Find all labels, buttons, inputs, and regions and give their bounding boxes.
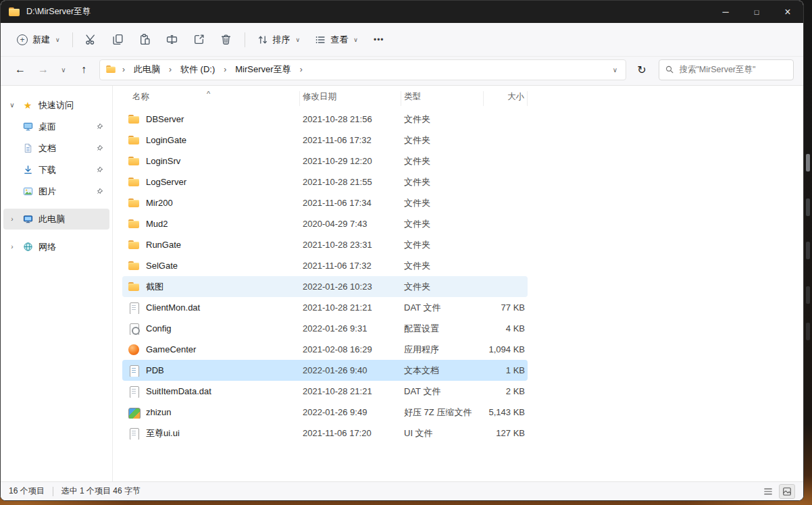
sidebar-item-network[interactable]: › 网络 — [3, 236, 109, 257]
file-type: 文件夹 — [401, 281, 484, 293]
sidebar-item-pictures[interactable]: 图片 — [3, 181, 109, 202]
delete-button[interactable] — [213, 28, 239, 51]
close-button[interactable]: × — [772, 1, 803, 23]
file-row[interactable]: LoginGate 2021-11-06 17:32 文件夹 — [122, 130, 528, 151]
file-row[interactable]: SuitItemData.dat 2021-10-28 21:21 DAT 文件… — [122, 381, 528, 402]
file-row[interactable]: DBServer 2021-10-28 21:56 文件夹 — [122, 109, 528, 130]
copy-button[interactable] — [105, 28, 131, 51]
file-row[interactable]: SelGate 2021-11-06 17:32 文件夹 — [122, 255, 528, 276]
share-button[interactable] — [186, 28, 212, 51]
file-name: GameCenter — [146, 344, 196, 354]
file-name: 截图 — [146, 281, 163, 293]
chevron-right-icon[interactable]: › — [7, 215, 17, 223]
file-row[interactable]: Config 2022-01-26 9:31 配置设置 4 KB — [122, 318, 528, 339]
file-row[interactable]: Mud2 2020-04-29 7:43 文件夹 — [122, 213, 528, 234]
file-row[interactable]: 至尊ui.ui 2021-11-06 17:20 UI 文件 127 KB — [122, 423, 528, 444]
file-icon — [128, 134, 140, 147]
file-icon — [128, 365, 140, 377]
sidebar-item-quick-access[interactable]: ∨ ★ 快速访问 — [3, 95, 109, 115]
more-icon: ••• — [374, 35, 384, 45]
documents-icon — [22, 143, 33, 153]
explorer-window: D:\MirServer至尊 ─ □ × + 新建 ∨ — [0, 0, 804, 501]
sidebar-item-desktop[interactable]: 桌面 — [3, 116, 109, 137]
file-icon — [128, 281, 140, 293]
file-type: 文件夹 — [401, 218, 484, 230]
file-icon — [128, 344, 140, 356]
recent-locations-button[interactable]: ∨ — [56, 59, 71, 80]
column-header-size[interactable]: 大小 — [484, 91, 528, 106]
more-options-button[interactable]: ••• — [366, 28, 392, 51]
file-row[interactable]: GameCenter 2021-02-08 16:29 应用程序 1,094 K… — [122, 339, 528, 360]
file-size: 1 KB — [484, 365, 528, 375]
file-row[interactable]: Mir200 2021-11-06 17:34 文件夹 — [122, 192, 528, 213]
file-type: 文件夹 — [401, 176, 484, 188]
folder-icon — [9, 7, 20, 17]
file-name: LoginSrv — [146, 156, 180, 166]
desktop-background — [804, 0, 812, 505]
downloads-icon — [22, 165, 33, 175]
chevron-down-icon: ∨ — [61, 66, 66, 74]
refresh-button[interactable]: ↻ — [632, 59, 652, 80]
back-button[interactable]: ← — [10, 59, 30, 80]
view-button[interactable]: 查看 ∨ — [308, 29, 365, 51]
file-row[interactable]: LogServer 2021-10-28 21:55 文件夹 — [122, 171, 528, 192]
sidebar-item-downloads[interactable]: 下载 — [3, 159, 109, 180]
file-row[interactable]: zhizun 2022-01-26 9:49 好压 7Z 压缩文件 5,143 … — [122, 402, 528, 423]
search-input[interactable] — [679, 65, 787, 74]
address-dropdown-button[interactable]: ∨ — [610, 66, 620, 74]
file-row[interactable]: LoginSrv 2021-10-29 12:20 文件夹 — [122, 151, 528, 171]
file-type: 配置设置 — [401, 323, 484, 335]
breadcrumb-this-pc[interactable]: 此电脑 — [130, 61, 163, 78]
up-button[interactable]: ↑ — [74, 59, 94, 80]
cut-button[interactable] — [78, 28, 104, 51]
new-button[interactable]: + 新建 ∨ — [10, 29, 67, 51]
maximize-icon: □ — [755, 8, 759, 16]
paste-button[interactable] — [132, 28, 158, 51]
sidebar-item-this-pc[interactable]: › 此电脑 — [3, 209, 109, 230]
paste-icon — [139, 34, 151, 45]
file-row[interactable]: 截图 2022-01-26 10:23 文件夹 — [122, 276, 528, 297]
forward-button[interactable]: → — [33, 59, 53, 80]
item-count: 16 个项目 — [9, 485, 45, 497]
column-header-type[interactable]: 类型 — [401, 91, 484, 106]
file-type: DAT 文件 — [401, 386, 484, 398]
sort-arrows-icon — [257, 34, 268, 45]
rename-button[interactable] — [159, 28, 185, 51]
minimize-icon: ─ — [722, 7, 728, 17]
column-header-date[interactable]: 修改日期 — [300, 91, 401, 106]
maximize-button[interactable]: □ — [741, 1, 772, 23]
file-icon — [128, 113, 140, 126]
column-header-name[interactable]: ^ 名称 — [122, 91, 300, 106]
chevron-right-icon[interactable]: › — [7, 243, 17, 250]
details-view-button[interactable] — [760, 484, 776, 499]
chevron-down-icon[interactable]: ∨ — [7, 101, 17, 109]
file-row[interactable]: RunGate 2021-10-28 23:31 文件夹 — [122, 234, 528, 255]
titlebar[interactable]: D:\MirServer至尊 ─ □ × — [1, 1, 803, 23]
back-icon: ← — [15, 63, 26, 76]
breadcrumb-mirserver[interactable]: MirServer至尊 — [232, 61, 294, 78]
file-type: 文件夹 — [401, 260, 484, 272]
chevron-right-icon: › — [299, 65, 303, 74]
breadcrumb-drive-d[interactable]: 软件 (D:) — [177, 61, 218, 78]
file-date: 2021-10-28 23:31 — [300, 240, 401, 250]
file-name: 至尊ui.ui — [146, 427, 180, 440]
forward-icon: → — [38, 63, 49, 76]
search-box[interactable] — [659, 59, 794, 80]
sidebar-item-label: 图片 — [39, 186, 89, 198]
large-icons-view-button[interactable] — [779, 484, 795, 499]
file-row[interactable]: PDB 2022-01-26 9:40 文本文档 1 KB — [122, 360, 528, 381]
file-row[interactable]: ClientMon.dat 2021-10-28 21:21 DAT 文件 77… — [122, 297, 528, 318]
pin-icon — [95, 166, 104, 174]
sort-button[interactable]: 排序 ∨ — [251, 29, 307, 51]
status-bar: 16 个项目 选中 1 个项目 46 字节 — [1, 481, 803, 500]
chevron-down-icon: ∨ — [353, 36, 358, 43]
sidebar-item-documents[interactable]: 文档 — [3, 138, 109, 159]
address-bar[interactable]: › 此电脑 › 软件 (D:) › MirServer至尊 › ∨ — [99, 59, 626, 80]
file-name: Mir200 — [146, 198, 173, 208]
file-type: 文件夹 — [401, 197, 484, 209]
star-icon: ★ — [22, 101, 33, 110]
toolbar-separator — [245, 32, 245, 47]
minimize-button[interactable]: ─ — [710, 1, 741, 23]
file-icon — [128, 218, 140, 230]
file-date: 2021-11-06 17:34 — [300, 198, 401, 208]
